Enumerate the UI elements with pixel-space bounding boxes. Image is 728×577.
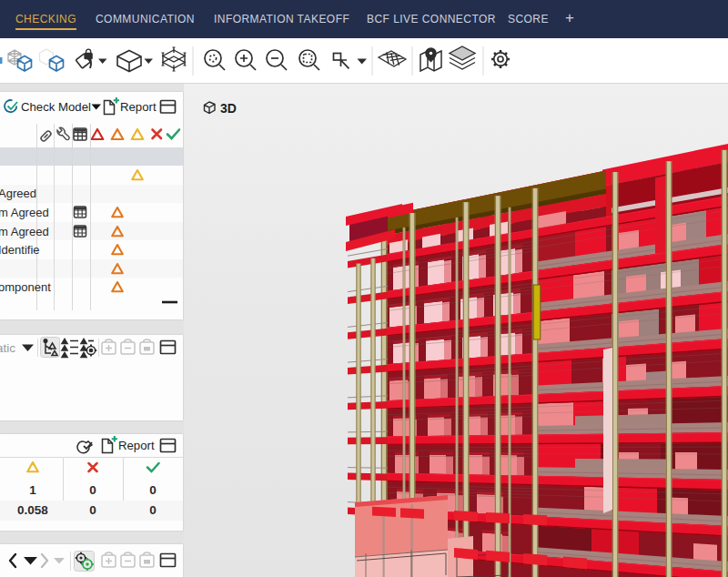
svg-text:Agreed: Agreed xyxy=(0,187,36,200)
svg-text:Report: Report xyxy=(120,100,157,114)
svg-text:m Agreed: m Agreed xyxy=(0,206,49,219)
svg-text:0: 0 xyxy=(149,503,157,517)
svg-text:3D: 3D xyxy=(220,101,237,116)
svg-text:0: 0 xyxy=(149,483,157,497)
svg-text:1: 1 xyxy=(29,483,36,497)
svg-text:Check Model: Check Model xyxy=(21,100,91,114)
svg-text:0.058: 0.058 xyxy=(17,503,48,517)
svg-text:0: 0 xyxy=(89,503,96,517)
svg-text:0: 0 xyxy=(89,483,96,497)
svg-text:m Agreed: m Agreed xyxy=(0,225,49,238)
svg-text:Identifie: Identifie xyxy=(0,243,40,257)
svg-text:atic: atic xyxy=(0,341,15,355)
svg-text:Report: Report xyxy=(118,439,155,452)
svg-text:omponent: omponent xyxy=(0,280,51,294)
